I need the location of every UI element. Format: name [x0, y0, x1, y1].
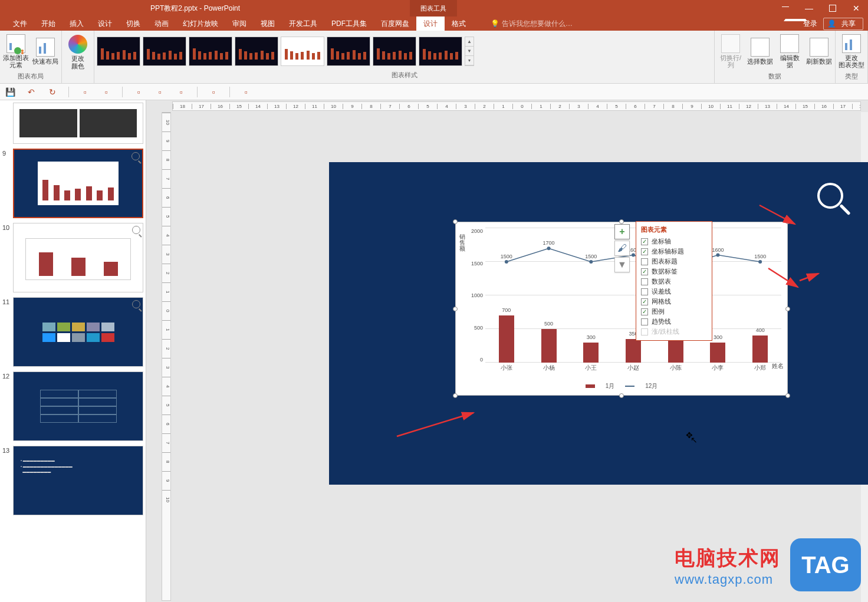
chart-elements-button[interactable]: +	[614, 224, 630, 239]
chart-style-1[interactable]	[97, 37, 140, 66]
redo-icon[interactable]: ↻	[47, 87, 58, 97]
slide-editor[interactable]: 1817161514131211109876543210123456789101…	[146, 100, 868, 602]
tab-insert[interactable]: 插入	[63, 17, 91, 31]
tell-me-box[interactable]: 💡告诉我您想要做什么…	[491, 19, 573, 29]
save-icon[interactable]: 💾	[5, 87, 15, 97]
qat-icon-6[interactable]: ▫	[208, 87, 219, 97]
checkbox[interactable]	[641, 268, 648, 275]
tab-animations[interactable]: 动画	[147, 17, 176, 31]
restore-icon[interactable]	[821, 0, 844, 17]
tab-slideshow[interactable]: 幻灯片放映	[176, 17, 225, 31]
resize-handle[interactable]	[619, 219, 624, 224]
share-button[interactable]: 👤 共享	[823, 18, 863, 30]
chart-style-6[interactable]	[327, 37, 370, 66]
slide-thumbnail-8-partial[interactable]	[2, 103, 143, 144]
slide-thumbnails-panel[interactable]: 9 10 11	[0, 100, 146, 602]
chart-filters-button[interactable]: ▼	[614, 257, 630, 272]
chart-elements-panel: 图表元素 坐标轴坐标轴标题图表标题数据标签数据表误差线网格线图例趋势线涨/跌柱线	[636, 221, 712, 341]
checkbox[interactable]	[641, 318, 648, 325]
tab-developer[interactable]: 开发工具	[282, 17, 324, 31]
chart-style-8[interactable]	[419, 37, 462, 66]
tab-transitions[interactable]: 切换	[119, 17, 147, 31]
bulb-icon: 💡	[491, 19, 499, 28]
brush-icon: 🖌	[617, 243, 627, 254]
refresh-data-button[interactable]: 刷新数据	[805, 32, 833, 71]
change-colors-button[interactable]: 更改 颜色	[64, 33, 91, 72]
chart-style-4[interactable]	[235, 37, 278, 66]
resize-handle[interactable]	[785, 219, 790, 224]
slide-thumbnail-13[interactable]: 13 • ▬▬▬▬▬▬▬▬▬• ▬▬▬▬▬▬▬▬▬▬▬▬▬▬ ▬▬▬▬▬▬▬▬	[2, 446, 143, 515]
bar-series[interactable]: 700小张500小杨300小王350小赵450小陈300小李400小郑	[485, 228, 781, 363]
select-data-button[interactable]: 选择数据	[747, 32, 774, 71]
checkbox[interactable]	[641, 288, 648, 295]
tab-view[interactable]: 视图	[254, 17, 282, 31]
checkbox[interactable]	[641, 308, 648, 315]
add-chart-element-button[interactable]: 添加图表 元素	[2, 32, 29, 71]
qat-icon-1[interactable]: ▫	[80, 87, 90, 97]
tab-design[interactable]: 设计	[91, 17, 119, 31]
ribbon-options-icon[interactable]	[774, 0, 797, 17]
tab-pdf[interactable]: PDF工具集	[324, 17, 374, 31]
ribbon-group-data: 切换行/列 选择数据 编辑数 据 刷新数据 数据	[715, 31, 836, 83]
chart-element-option-6[interactable]: 网格线	[641, 297, 707, 307]
tab-home[interactable]: 开始	[34, 17, 63, 31]
checkbox[interactable]	[641, 248, 648, 255]
chart-element-option-5[interactable]: 误差线	[641, 287, 707, 297]
quick-layout-button[interactable]: 快速布局	[32, 32, 59, 71]
chart-element-option-3[interactable]: 数据标签	[641, 267, 707, 277]
switch-icon	[721, 34, 740, 53]
edit-data-button[interactable]: 编辑数 据	[776, 32, 803, 71]
chart-styles-more[interactable]: ▲▼▾	[465, 37, 474, 66]
chart-element-option-0[interactable]: 坐标轴	[641, 236, 707, 246]
checkbox[interactable]	[641, 298, 648, 305]
close-icon[interactable]: ✕	[844, 0, 868, 17]
slide-thumbnail-9[interactable]: 9	[2, 149, 143, 218]
resize-handle[interactable]	[453, 393, 458, 398]
checkbox[interactable]	[641, 238, 648, 245]
chart-style-5[interactable]	[281, 37, 324, 66]
plot-area[interactable]: 0500100015002000 700小张500小杨300小王350小赵450…	[485, 228, 781, 363]
qat-icon-7[interactable]: ▫	[241, 87, 251, 97]
chart-style-7[interactable]	[373, 37, 416, 66]
chart-element-option-8[interactable]: 趋势线	[641, 317, 707, 327]
y-axis: 0500100015002000	[464, 228, 485, 363]
qat-icon-2[interactable]: ▫	[101, 87, 111, 97]
tab-review[interactable]: 审阅	[225, 17, 254, 31]
change-chart-type-button[interactable]: 更改 图表类型	[838, 32, 865, 71]
chart-element-option-4[interactable]: 数据表	[641, 277, 707, 287]
resize-handle[interactable]	[453, 307, 458, 311]
x-axis-title[interactable]: 姓名	[772, 362, 784, 370]
chart-styles-button[interactable]: 🖌	[614, 241, 630, 256]
chart-element-option-2[interactable]: 图表标题	[641, 256, 707, 267]
switch-row-col-button[interactable]: 切换行/列	[717, 32, 744, 71]
qat-icon-3[interactable]: ▫	[133, 87, 144, 97]
qat-icon-4[interactable]: ▫	[154, 87, 165, 97]
resize-handle[interactable]	[785, 393, 790, 398]
qat-icon-5[interactable]: ▫	[176, 87, 186, 97]
tab-chart-design[interactable]: 设计	[416, 17, 445, 31]
tab-file[interactable]: 文件	[6, 17, 34, 31]
chart-element-option-9: 涨/跌柱线	[641, 327, 707, 337]
resize-handle[interactable]	[785, 307, 790, 311]
tag-badge: TAG	[790, 538, 861, 591]
resize-handle[interactable]	[453, 219, 458, 224]
resize-handle[interactable]	[619, 393, 624, 398]
tab-format[interactable]: 格式	[445, 17, 473, 31]
tab-baidu[interactable]: 百度网盘	[374, 17, 416, 31]
chart-style-2[interactable]	[143, 37, 186, 66]
chart-legend[interactable]: 1月 12月	[456, 382, 787, 390]
chart-element-option-1[interactable]: 坐标轴标题	[641, 246, 707, 256]
chart-side-buttons: + 🖌 ▼	[614, 224, 630, 272]
document-title: PPT教程2.pptx - PowerPoint	[150, 4, 240, 14]
slide-thumbnail-11[interactable]: 11	[2, 297, 143, 367]
undo-icon[interactable]: ↶	[26, 87, 37, 97]
chart-element-option-7[interactable]: 图例	[641, 307, 707, 317]
slide-canvas[interactable]: 销售额 姓名 0500100015002000 700小张500小杨300小王3…	[329, 162, 868, 485]
checkbox[interactable]	[641, 258, 648, 265]
checkbox[interactable]	[641, 278, 648, 285]
slide-thumbnail-12[interactable]: 12	[2, 371, 143, 441]
chart-style-3[interactable]	[189, 37, 232, 66]
slide-thumbnail-10[interactable]: 10	[2, 223, 143, 292]
workspace: 9 10 11	[0, 100, 868, 602]
magnify-icon	[132, 226, 140, 234]
